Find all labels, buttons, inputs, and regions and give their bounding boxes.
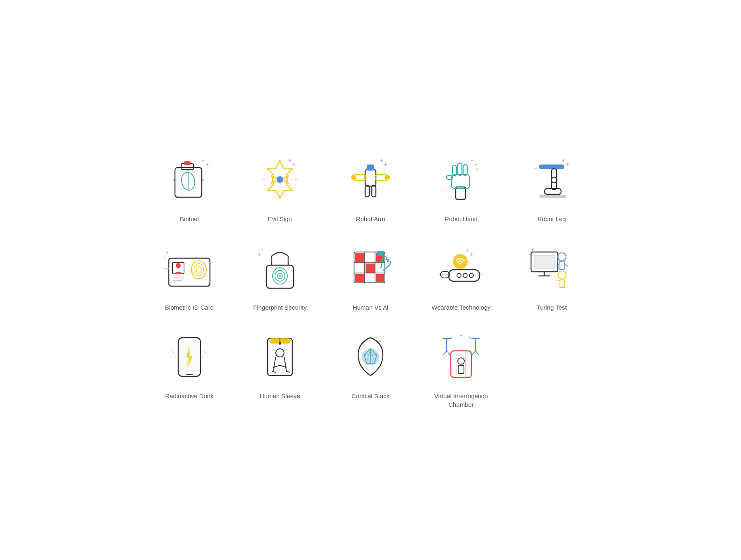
virtual-interrogation-label: Virtual Interrogation Chamber (432, 392, 490, 409)
svg-text:+: + (471, 158, 473, 163)
cortical-stack-label: Cortical Stack (352, 392, 390, 400)
svg-line-143 (472, 351, 475, 355)
svg-rect-18 (365, 170, 376, 186)
list-item: + + Robot Leg (510, 151, 593, 223)
svg-text:+: + (468, 335, 471, 341)
turing-test-icon: + + (523, 240, 580, 297)
svg-line-112 (204, 351, 207, 354)
svg-rect-84 (449, 270, 480, 281)
svg-rect-30 (452, 166, 457, 175)
turing-test-label: Turing Test (536, 303, 566, 312)
evil-sign-label: Evil Sign (268, 215, 292, 223)
biometric-id-label: Biometric ID Card (165, 303, 214, 312)
list-item: + + Wearable Technology (420, 240, 502, 312)
svg-rect-79 (377, 251, 384, 256)
svg-point-83 (459, 263, 461, 265)
virtual-interrogation-icon: + + + (432, 328, 490, 386)
icon-grid: + + Biofuel + + (148, 151, 593, 409)
fingerprint-label: Fingerprint Security (253, 303, 307, 312)
svg-rect-31 (458, 163, 462, 175)
svg-text:+: + (466, 247, 469, 253)
svg-rect-4 (184, 161, 191, 165)
svg-text:+: + (566, 162, 569, 168)
svg-text:+: + (258, 252, 261, 257)
svg-text:+: + (202, 158, 205, 163)
biometric-id-icon: + + (161, 240, 218, 297)
svg-rect-74 (376, 274, 384, 282)
radioactive-drink-label: Radioactive Drink (165, 392, 214, 400)
svg-point-50 (194, 264, 204, 276)
svg-text:+: + (380, 158, 383, 163)
list-item: Human Sleeve (239, 328, 321, 409)
list-item: + + Fingerprint Security (239, 240, 321, 312)
biofuel-icon: + + (161, 151, 218, 209)
human-sleeve-label: Human Sleeve (260, 392, 300, 400)
wearable-technology-icon: + + (432, 240, 490, 297)
svg-text:+: + (261, 247, 263, 252)
svg-point-51 (196, 266, 201, 273)
svg-line-111 (172, 351, 175, 354)
fingerprint-icon: + + (251, 240, 309, 297)
cortical-stack-icon: + + (342, 328, 399, 386)
svg-text:+: + (206, 162, 209, 168)
svg-rect-102 (559, 280, 565, 287)
list-item: Radioactive Drink (148, 328, 231, 409)
svg-point-97 (558, 253, 566, 261)
svg-text:+: + (288, 158, 291, 163)
svg-point-86 (463, 273, 467, 278)
svg-point-101 (558, 271, 566, 279)
svg-rect-24 (365, 185, 369, 197)
svg-text:+: + (292, 162, 295, 168)
svg-rect-149 (458, 365, 464, 373)
robot-arm-icon: + + (342, 151, 399, 209)
svg-point-85 (457, 273, 461, 278)
list-item: + + Robot Hand (420, 151, 502, 223)
svg-line-100 (565, 264, 568, 266)
list-item: + + Cortical Stack (329, 328, 412, 409)
svg-rect-42 (539, 195, 566, 198)
list-item: + + + (420, 328, 502, 409)
robot-leg-icon: + + (523, 151, 580, 209)
svg-rect-66 (355, 253, 364, 262)
svg-point-82 (453, 254, 468, 269)
robot-arm-label: Robot Arm (356, 215, 385, 223)
svg-rect-32 (463, 165, 467, 175)
svg-line-140 (447, 351, 450, 355)
svg-point-21 (351, 175, 356, 180)
robot-leg-label: Robot Leg (537, 215, 566, 223)
list-item: Human Vs Ai (329, 240, 412, 312)
svg-rect-39 (552, 169, 557, 189)
svg-line-139 (443, 351, 447, 355)
svg-rect-25 (372, 185, 376, 197)
svg-rect-70 (366, 264, 375, 273)
svg-rect-67 (366, 253, 375, 262)
svg-rect-69 (355, 264, 364, 273)
svg-point-119 (276, 349, 284, 357)
svg-rect-38 (539, 165, 564, 169)
svg-point-118 (279, 342, 281, 345)
svg-text:+: + (166, 250, 169, 255)
svg-rect-71 (376, 264, 384, 273)
radioactive-drink-icon (161, 328, 218, 386)
list-item: + + Robot Arm (329, 151, 412, 223)
svg-point-87 (469, 273, 473, 278)
svg-line-122 (272, 371, 276, 372)
list-item: + + Evil Sign (239, 151, 321, 223)
list-item: + + Biofuel (148, 151, 231, 223)
svg-rect-94 (534, 255, 555, 268)
svg-rect-98 (559, 262, 565, 269)
svg-point-13 (277, 176, 283, 183)
svg-text:+: + (460, 333, 463, 338)
human-vs-ai-label: Human Vs Ai (353, 303, 389, 312)
svg-rect-73 (366, 274, 375, 282)
svg-text:+: + (562, 158, 565, 163)
svg-line-144 (475, 351, 479, 355)
svg-point-62 (279, 275, 281, 277)
svg-line-123 (286, 371, 290, 372)
evil-sign-icon: + + (251, 151, 309, 209)
human-vs-ai-icon (342, 240, 399, 297)
svg-text:+: + (470, 252, 473, 257)
human-sleeve-icon (251, 328, 309, 386)
svg-point-23 (385, 175, 390, 180)
list-item: + + Biometric ID Card (148, 240, 231, 312)
